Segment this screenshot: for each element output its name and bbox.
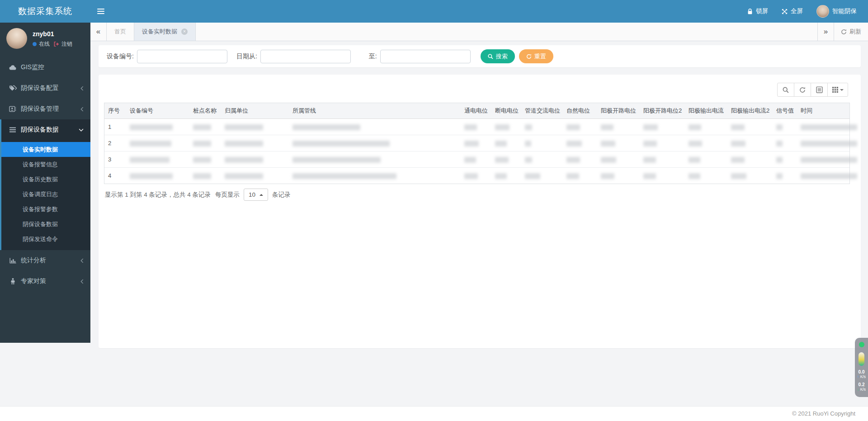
caret-down-icon xyxy=(840,89,844,91)
date-from-input[interactable] xyxy=(260,50,351,63)
sidebar-subitem-alarm-params[interactable]: 设备报警参数 xyxy=(1,202,90,217)
toggle-search-button[interactable] xyxy=(777,83,794,97)
search-icon xyxy=(783,87,789,93)
sidebar-subitem-device-data[interactable]: 阴保设备数据 xyxy=(1,217,90,232)
sidebar-subitem-history-data[interactable]: 设备历史数据 xyxy=(1,172,90,187)
col-anode-out-1: 阳极输出电流 xyxy=(685,103,727,118)
redacted-cell xyxy=(797,118,849,135)
app-title: 数据采集系统 xyxy=(0,0,90,23)
tabs-scroll-right-button[interactable]: » xyxy=(817,23,834,41)
redacted-cell xyxy=(521,118,563,135)
sidebar-subitem-alarm-info[interactable]: 设备报警信息 xyxy=(1,157,90,172)
tab-bar: « 首页 设备实时数据 × » 刷新 xyxy=(90,23,868,41)
table-row[interactable]: 2 xyxy=(104,135,849,151)
redacted-cell xyxy=(221,118,289,135)
refresh-tab-button[interactable]: 刷新 xyxy=(834,23,868,41)
status-dot-icon xyxy=(859,342,864,347)
speed-pill-icon xyxy=(859,352,864,366)
pagination: 显示第 1 到第 4 条记录，总共 4 条记录 每页显示 10 条记录 xyxy=(105,189,291,201)
redacted-cell xyxy=(685,118,727,135)
tab-realtime-data[interactable]: 设备实时数据 × xyxy=(134,23,196,41)
logout-icon xyxy=(54,42,59,47)
net-speed-widget[interactable]: 0.0 ↑ K/s 0.2 ↓ K/s xyxy=(855,338,868,397)
page-size-dropdown[interactable]: 10 xyxy=(244,189,268,201)
sidebar-group-device-data: 阴保设备数据 设备实时数据 设备报警信息 设备历史数据 设备调度日志 设备报警参… xyxy=(0,119,90,250)
redacted-cell xyxy=(563,135,597,151)
expert-icon xyxy=(8,278,17,284)
chevron-left-icon xyxy=(80,107,84,112)
submenu-device-data: 设备实时数据 设备报警信息 设备历史数据 设备调度日志 设备报警参数 阴保设备数… xyxy=(1,140,90,250)
tab-home[interactable]: 首页 xyxy=(107,23,134,41)
sidebar-item-statistics[interactable]: 统计分析 xyxy=(0,250,90,271)
device-no-label: 设备编号: xyxy=(107,52,134,61)
redacted-cell xyxy=(597,135,640,151)
columns-dropdown-button[interactable] xyxy=(827,83,848,97)
redacted-cell xyxy=(491,167,521,184)
search-button[interactable]: 搜索 xyxy=(481,49,515,63)
sidebar-item-device-data[interactable]: 阴保设备数据 xyxy=(1,119,90,140)
col-ac-potential: 管道交流电位 xyxy=(521,103,563,118)
row-index: 1 xyxy=(104,118,126,135)
hamburger-icon xyxy=(97,7,104,15)
redacted-cell xyxy=(126,167,189,184)
col-anode-open-1: 阳极开路电位 xyxy=(597,103,640,118)
sidebar-item-expert[interactable]: 专家对策 xyxy=(0,271,90,292)
cloud-icon xyxy=(8,65,17,70)
redacted-cell xyxy=(640,167,685,184)
sidebar-item-device-manage[interactable]: 阴保设备管理 xyxy=(0,99,90,119)
sidebar-subitem-send-command[interactable]: 阴保发送命令 xyxy=(1,232,90,246)
sidebar-item-device-config[interactable]: 阴保设备配置 xyxy=(0,78,90,99)
search-icon xyxy=(488,54,493,59)
date-from-label: 日期从: xyxy=(236,52,257,61)
user-menu[interactable]: 智能阴保 xyxy=(810,0,863,23)
data-table: 序号 设备编号 桩点名称 归属单位 所属管线 通电电位 断电电位 管道交流电位 … xyxy=(104,103,850,184)
caret-up-icon xyxy=(259,194,263,196)
sidebar-subitem-dispatch-log[interactable]: 设备调度日志 xyxy=(1,187,90,202)
sidebar-menu: GIS监控 阴保设备配置 阴保设备管理 xyxy=(0,55,90,292)
logout-link[interactable]: 注销 xyxy=(61,40,72,48)
redacted-cell xyxy=(685,167,727,184)
user-name: znyb01 xyxy=(33,30,72,38)
redacted-cell xyxy=(221,151,289,167)
lock-screen-button[interactable]: 锁屏 xyxy=(741,0,775,23)
col-index: 序号 xyxy=(104,103,126,118)
toggle-view-button[interactable] xyxy=(811,83,828,97)
reset-button[interactable]: 重置 xyxy=(519,49,553,63)
sidebar-toggle-button[interactable] xyxy=(90,0,111,23)
redacted-cell xyxy=(797,151,849,167)
redacted-cell xyxy=(189,118,221,135)
table-row[interactable]: 3 xyxy=(104,151,849,167)
grid-columns-icon xyxy=(832,87,838,93)
table-row[interactable]: 1 xyxy=(104,118,849,135)
footer: © 2021 RuoYi Copyright xyxy=(0,406,868,421)
redacted-cell xyxy=(126,118,189,135)
online-status-dot xyxy=(33,42,37,46)
sidebar-subitem-realtime-data[interactable]: 设备实时数据 xyxy=(1,142,90,157)
fullscreen-button[interactable]: 全屏 xyxy=(775,0,810,23)
redacted-cell xyxy=(727,167,773,184)
double-chevron-right-icon: » xyxy=(824,27,828,36)
redacted-cell xyxy=(727,118,773,135)
redacted-cell xyxy=(521,151,563,167)
col-on-potential: 通电电位 xyxy=(461,103,491,118)
row-index: 3 xyxy=(104,151,126,167)
down-arrow-icon: ↓ xyxy=(857,387,859,392)
close-icon[interactable]: × xyxy=(181,28,188,35)
redacted-cell xyxy=(797,167,849,184)
chevron-left-icon xyxy=(80,258,84,263)
user-menu-label: 智能阴保 xyxy=(832,7,857,15)
sidebar-item-gis-monitor[interactable]: GIS监控 xyxy=(0,57,90,78)
row-index: 2 xyxy=(104,135,126,151)
redacted-cell xyxy=(189,167,221,184)
refresh-table-button[interactable] xyxy=(794,83,811,97)
chevron-down-icon xyxy=(79,128,84,132)
table-row[interactable]: 4 xyxy=(104,167,849,184)
sidebar: znyb01 在线 注销 GIS监控 阴保设备配置 xyxy=(0,23,90,343)
tabs-scroll-left-button[interactable]: « xyxy=(90,23,107,41)
chevron-left-icon xyxy=(80,86,84,91)
redacted-cell xyxy=(189,135,221,151)
redacted-cell xyxy=(461,151,491,167)
online-status-label: 在线 xyxy=(39,40,50,48)
device-no-input[interactable] xyxy=(137,50,227,63)
date-to-input[interactable] xyxy=(380,50,471,63)
